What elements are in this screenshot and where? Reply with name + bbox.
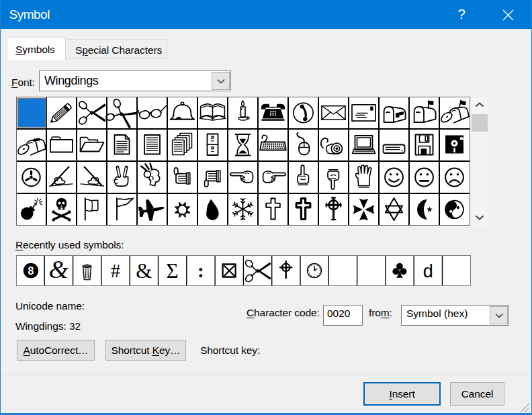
svg-text:d: d: [423, 261, 433, 281]
svg-text:#: #: [111, 260, 121, 281]
svg-text:8: 8: [28, 265, 34, 277]
svg-text::: :: [197, 260, 204, 281]
svg-text:&: &: [49, 255, 69, 283]
svg-text:Σ: Σ: [166, 259, 178, 283]
svg-text:&: &: [136, 259, 152, 283]
